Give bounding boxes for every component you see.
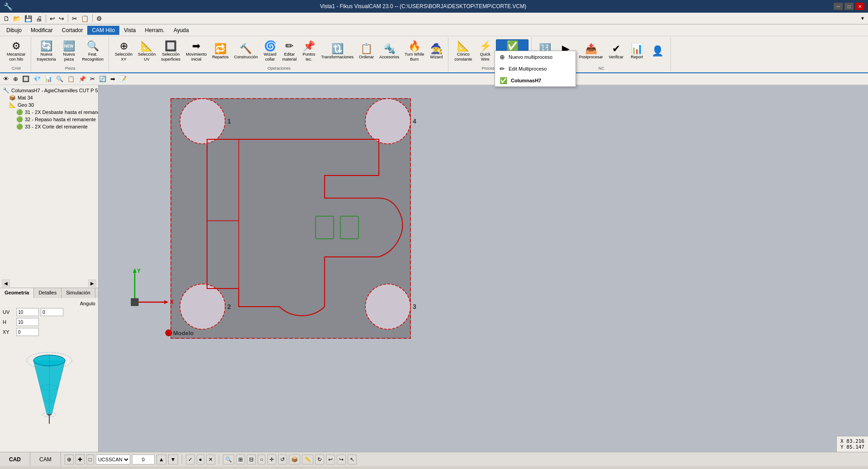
list-button[interactable]: 📋 (66, 75, 76, 83)
h-input[interactable] (16, 318, 39, 326)
menu-cortador[interactable]: Cortador (57, 26, 88, 35)
transformaciones-button[interactable]: 🔃 Transformaciones (319, 43, 356, 61)
snap-button2[interactable]: ✚ (75, 455, 85, 464)
conico-constante-button[interactable]: 📐 Cónicoconstante (452, 40, 474, 63)
nueva-pieza-button[interactable]: 🆕 Nuevapieza (59, 40, 79, 63)
refresh-button[interactable]: 🔄 (98, 75, 108, 83)
xy-input[interactable] (16, 328, 39, 336)
tree-mat34[interactable]: 📦 Mat 34 (2, 94, 96, 101)
pan-button[interactable]: ✛ (267, 455, 276, 464)
print-button[interactable]: 🖨 (34, 14, 43, 23)
check-button[interactable]: ✓ (186, 455, 195, 464)
cut-button[interactable]: ✂ (71, 14, 79, 23)
stats-button[interactable]: 📊 (43, 75, 53, 83)
rotate2-button[interactable]: ↻ (315, 455, 324, 464)
open-button[interactable]: 📂 (12, 14, 22, 23)
zoom-in-button[interactable]: ⊕ (12, 75, 19, 83)
zoom-window-button[interactable]: ⊞ (236, 455, 245, 464)
search-toolbar-button[interactable]: 🔍 (55, 75, 65, 83)
measure-button[interactable]: 📏 (302, 455, 313, 464)
angle-input[interactable] (41, 308, 63, 316)
save-button[interactable]: 💾 (23, 14, 33, 23)
edit-button[interactable]: 📝 (118, 75, 128, 83)
seleccion-uv-button[interactable]: 📐 SelecciónUV (136, 40, 158, 63)
redo-button[interactable]: ↪ (57, 14, 66, 23)
menu-herram[interactable]: Herram. (141, 26, 169, 35)
ucs-value-input[interactable] (132, 455, 155, 464)
cut-toolbar-button[interactable]: ✂ (89, 75, 96, 83)
uv-input[interactable] (16, 308, 39, 316)
mecanizar-con-hilo-button[interactable]: ⚙ Mecanizarcon hilo (5, 40, 28, 63)
tree-item-33[interactable]: 🟢 33 - 2X Corte del remanente (2, 123, 96, 130)
ucs-select[interactable]: UCSSCAN (96, 455, 130, 464)
arrow-button[interactable]: ➡ (109, 75, 117, 83)
settings-button[interactable]: ⚙ (95, 14, 104, 23)
redo-status-button[interactable]: ↪ (337, 455, 346, 464)
tree-item-32[interactable]: 🟢 32 - Repaso hasta el remanente (2, 116, 96, 123)
copy-button[interactable]: 📋 (80, 14, 90, 23)
grid-button[interactable]: ⊟ (247, 455, 256, 464)
user-button[interactable]: 👤 (648, 45, 668, 58)
construccion-button[interactable]: 🔨 Construcción (232, 43, 260, 61)
orbit-button[interactable]: ○ (258, 455, 265, 464)
scroll-right-button[interactable]: ▶ (88, 280, 96, 287)
tree-root[interactable]: 🔧 ColumnasH7 - AgieCharmilles CUT P 550e (2, 87, 96, 94)
tab-simulacion[interactable]: Simulación (61, 288, 95, 298)
zoom-fit-button[interactable]: 🔍 (223, 455, 234, 464)
menu-vista[interactable]: Vista (119, 26, 140, 35)
verificar-button[interactable]: ✔ Verificar (606, 43, 626, 61)
ribbon-group-operaciones-label: Operaciones (268, 66, 291, 71)
editar-material-button[interactable]: ✏ Editarmaterial (280, 40, 299, 63)
view3d-button[interactable]: 📦 (289, 455, 300, 464)
scroll-left-button[interactable]: ◀ (2, 280, 10, 287)
repartos-button[interactable]: 🔁 Repartos (210, 43, 231, 61)
edit-multiproceso-item[interactable]: ✏ Edit Multiproceso (495, 63, 576, 75)
ucs-down-button[interactable]: ▼ (168, 455, 178, 464)
close-button[interactable]: ✕ (855, 3, 864, 10)
movimiento-inicial-button[interactable]: ➡ Movimientoinicial (184, 40, 209, 63)
x-button[interactable]: ✕ (206, 455, 215, 464)
accesorios-button[interactable]: 🔩 Accesorios (377, 43, 401, 61)
undo-status-button[interactable]: ↩ (326, 455, 335, 464)
cam-button[interactable]: CAM (30, 452, 61, 466)
minimize-button[interactable]: ─ (834, 3, 843, 10)
nueva-trayectoria-button[interactable]: 🔄 Nuevatrayectoria (35, 40, 58, 63)
cancel-status-button[interactable]: ● (197, 455, 204, 464)
menu-modificar[interactable]: Modificar (26, 26, 57, 35)
undo-button[interactable]: ↩ (48, 14, 57, 23)
tree-item-31[interactable]: 🟢 31 - 2X Desbaste hasta el remanente (2, 109, 96, 116)
menu-ayuda[interactable]: Ayuda (169, 26, 193, 35)
pin-button[interactable]: 📌 (77, 75, 87, 83)
postprocesar-button[interactable]: 📤 Postprocesar (577, 43, 605, 61)
nuevo-multiproceso-item[interactable]: ⊕ Nuevo multiproceso (495, 51, 576, 63)
report-button[interactable]: 📊 Report (627, 43, 647, 61)
columnas-h7-item[interactable]: ✅ ColumnasH7 (495, 75, 576, 86)
ucs-up-button[interactable]: ▲ (156, 455, 166, 464)
seleccion-superficies-button[interactable]: 🔲 Selecciónsuperficies (159, 40, 183, 63)
ordenar-button[interactable]: 📋 Ordenar (357, 43, 376, 61)
tab-geometria[interactable]: Geometría (0, 288, 34, 298)
menu-dibujo[interactable]: Dibujo (2, 26, 26, 35)
turn-while-burn-button[interactable]: 🔥 Turn WhileBurn (402, 40, 426, 63)
snap-button3[interactable]: □ (86, 455, 94, 464)
quick-wire-button[interactable]: ⚡ QuickWire (475, 40, 495, 63)
wizard-collar-button[interactable]: 🌀 Wizardcollar (261, 40, 279, 63)
seleccion-xy-button[interactable]: ⊕ SelecciónXY (113, 40, 135, 63)
pointer-button[interactable]: ↖ (348, 455, 357, 464)
snap-button1[interactable]: ⊕ (65, 455, 74, 464)
tree-geo30[interactable]: 📐 Geo 30 (2, 101, 96, 109)
viewport[interactable]: 1 4 2 3 (99, 85, 868, 452)
rotate-button[interactable]: ↺ (278, 455, 287, 464)
cad-button[interactable]: CAD (0, 452, 30, 466)
view-button[interactable]: 👁 (2, 75, 10, 83)
menu-cam-hilo[interactable]: CAM Hilo (87, 26, 119, 35)
feat-recognition-button[interactable]: 🔍 Feat.Recognition (80, 40, 106, 63)
tab-detalles[interactable]: Detalles (34, 288, 61, 298)
select-box-button[interactable]: 🔲 (21, 75, 31, 83)
gem-button[interactable]: 💎 (32, 75, 42, 83)
new-button[interactable]: 🗋 (2, 14, 11, 23)
maximize-button[interactable]: □ (844, 3, 854, 10)
quick-access-dropdown[interactable]: ▼ (859, 15, 866, 22)
puntos-tec-button[interactable]: 📌 Puntostec. (300, 40, 318, 63)
wizard-button[interactable]: 🧙 Wizard (427, 43, 445, 61)
